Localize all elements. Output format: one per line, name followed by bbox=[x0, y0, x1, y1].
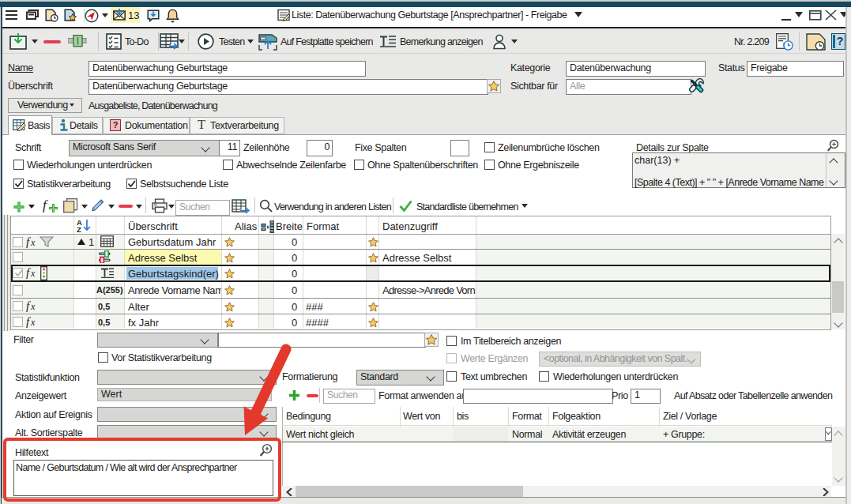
svg-text:Z: Z bbox=[77, 225, 81, 233]
